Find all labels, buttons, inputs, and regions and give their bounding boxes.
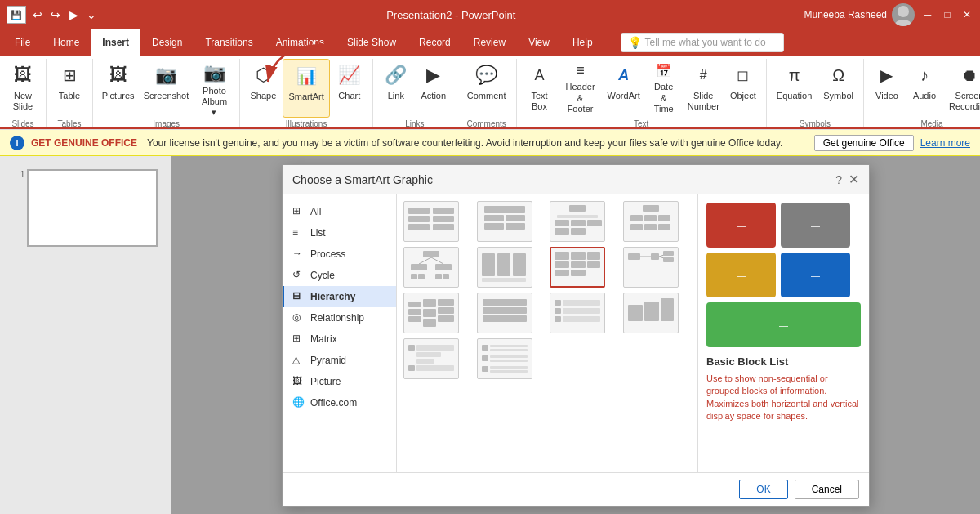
wordart-button[interactable]: A WordArt	[604, 59, 644, 118]
equation-button[interactable]: π Equation	[772, 59, 817, 118]
svg-rect-86	[482, 355, 488, 361]
redo-icon[interactable]: ↪	[49, 8, 62, 21]
ok-button[interactable]: OK	[739, 480, 787, 499]
group-label-media: Media	[920, 118, 942, 131]
preview-box-green: —	[706, 302, 861, 347]
category-hierarchy[interactable]: ⊟ Hierarchy	[283, 286, 396, 307]
video-button[interactable]: ▶ Video	[869, 59, 905, 118]
object-button[interactable]: ◻ Object	[725, 59, 761, 118]
tab-transitions[interactable]: Transitions	[194, 29, 264, 56]
tab-slideshow[interactable]: Slide Show	[336, 29, 408, 56]
svg-rect-77	[408, 345, 415, 351]
category-cycle[interactable]: ↺ Cycle	[283, 265, 396, 286]
screen-recording-button[interactable]: ⏺ ScreenRecording	[944, 59, 980, 118]
tab-record[interactable]: Record	[408, 29, 462, 56]
restore-icon[interactable]: □	[941, 8, 954, 21]
smartart-item-4[interactable]	[623, 201, 679, 242]
shapes-button[interactable]: ⬡ Shape	[245, 59, 281, 118]
save-icon[interactable]: 💾	[7, 6, 26, 24]
svg-rect-61	[423, 319, 436, 327]
audio-button[interactable]: ♪ Audio	[906, 59, 942, 118]
tell-me-input[interactable]: 💡 Tell me what you want to do	[621, 33, 784, 52]
smartart-item-9[interactable]	[403, 293, 459, 333]
svg-rect-85	[490, 349, 528, 351]
textbox-button[interactable]: A TextBox	[522, 59, 558, 118]
table-button[interactable]: ⊞ Table	[51, 59, 87, 118]
svg-point-0	[898, 6, 909, 17]
category-picture[interactable]: 🖼 Picture	[283, 371, 396, 392]
smartart-item-10[interactable]	[477, 293, 532, 333]
category-list-item[interactable]: ≡ List	[283, 222, 396, 244]
chart-icon: 📈	[336, 62, 363, 88]
smartart-item-1[interactable]	[403, 201, 459, 242]
tab-review[interactable]: Review	[462, 29, 517, 56]
svg-rect-44	[571, 252, 586, 260]
tab-file[interactable]: File	[3, 29, 42, 56]
category-pyramid[interactable]: △ Pyramid	[283, 350, 396, 371]
genuine-office-button[interactable]: Get genuine Office	[814, 135, 914, 151]
svg-rect-38	[497, 253, 510, 276]
dialog-close-button[interactable]: ✕	[849, 172, 859, 187]
smartart-button[interactable]: 📊 SmartArt	[283, 59, 329, 118]
screenshot-button[interactable]: 📷 Screenshot	[140, 59, 192, 118]
category-relationship[interactable]: ◎ Relationship	[283, 307, 396, 329]
ribbon-content: 🖼 NewSlide Slides ⊞ Table Tables 🖼 Pictu	[0, 56, 980, 129]
smartart-item-14[interactable]	[477, 338, 532, 379]
learn-more-link[interactable]: Learn more	[920, 137, 970, 149]
present-icon[interactable]: ▶	[67, 8, 80, 21]
smartart-item-13[interactable]	[403, 338, 459, 379]
customize-icon[interactable]: ⌄	[85, 8, 98, 21]
smartart-item-3[interactable]	[550, 201, 605, 242]
svg-rect-69	[563, 300, 600, 306]
smartart-item-2[interactable]	[477, 201, 532, 242]
preview-box-blue: —	[781, 253, 850, 297]
category-all[interactable]: ⊞ All	[283, 201, 396, 222]
pyramid-icon: △	[292, 354, 305, 367]
smartart-grid	[403, 201, 691, 379]
category-process[interactable]: → Process	[283, 244, 396, 265]
category-officecom[interactable]: 🌐 Office.com	[283, 392, 396, 413]
smartart-item-8[interactable]	[623, 247, 679, 288]
slide-thumbnail[interactable]	[27, 169, 158, 247]
tab-insert[interactable]: Insert	[91, 29, 140, 56]
minimize-icon[interactable]: ─	[921, 8, 934, 21]
photo-album-icon: 📷	[201, 62, 227, 83]
svg-rect-27	[658, 224, 670, 230]
link-button[interactable]: 🔗 Link	[378, 59, 414, 118]
tab-view[interactable]: View	[517, 29, 561, 56]
tab-home[interactable]: Home	[42, 29, 91, 56]
undo-icon[interactable]: ↩	[31, 8, 44, 21]
comment-button[interactable]: 💬 Comment	[462, 59, 511, 118]
slide-number-button[interactable]: # SlideNumber	[684, 59, 724, 118]
category-matrix[interactable]: ⊞ Matrix	[283, 329, 396, 350]
svg-rect-67	[483, 315, 527, 322]
smartart-item-12[interactable]	[623, 293, 679, 333]
close-icon[interactable]: ✕	[960, 8, 973, 21]
cancel-button[interactable]: Cancel	[795, 480, 859, 499]
chart-button[interactable]: 📈 Chart	[332, 59, 368, 118]
tab-animations[interactable]: Animations	[265, 29, 336, 56]
tab-design[interactable]: Design	[140, 29, 194, 56]
tab-help[interactable]: Help	[561, 29, 604, 56]
symbol-button[interactable]: Ω Symbol	[818, 59, 858, 118]
svg-rect-70	[555, 308, 561, 314]
screenshot-icon: 📷	[153, 62, 179, 88]
svg-rect-17	[571, 220, 586, 226]
smartart-item-11[interactable]	[550, 293, 605, 333]
action-button[interactable]: ▶ Action	[416, 59, 452, 118]
pictures-button[interactable]: 🖼 Pictures	[98, 59, 138, 118]
dialog-help-icon[interactable]: ?	[835, 173, 842, 186]
photo-album-button[interactable]: 📷 PhotoAlbum ▾	[194, 59, 235, 118]
svg-rect-90	[490, 366, 528, 369]
slide-panel: 1	[0, 156, 172, 514]
smartart-grid-area	[397, 194, 697, 472]
header-footer-button[interactable]: ≡ Header& Footer	[559, 59, 602, 118]
avatar[interactable]	[892, 3, 915, 26]
new-slide-button[interactable]: 🖼 NewSlide	[5, 59, 41, 118]
datetime-button[interactable]: 📅 Date &Time	[646, 59, 682, 118]
smartart-item-6[interactable]	[477, 247, 532, 288]
svg-rect-49	[628, 253, 640, 260]
svg-rect-68	[555, 300, 561, 306]
smartart-item-7[interactable]	[550, 247, 605, 288]
smartart-item-5[interactable]	[403, 247, 459, 288]
